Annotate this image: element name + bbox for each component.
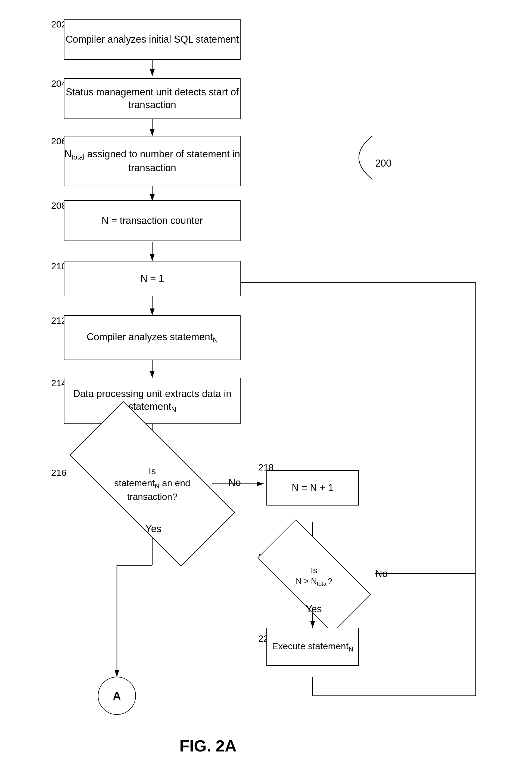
label-no-220: No xyxy=(375,568,388,579)
step-label-216: 216 xyxy=(51,467,67,478)
box-204: Status management unit detects start of … xyxy=(64,78,241,119)
circle-A: A xyxy=(98,677,136,715)
label-no-216: No xyxy=(228,477,241,488)
box-210: N = 1 xyxy=(64,261,241,296)
label-yes-216: Yes xyxy=(145,523,161,534)
fig-title: FIG. 2A xyxy=(179,737,236,755)
box-208: N = transaction counter xyxy=(64,200,241,241)
box-212: Compiler analyzes statementN xyxy=(64,315,241,360)
box-206: Ntotal assigned to number of statement i… xyxy=(64,136,241,186)
diamond-216: IsstatementN an endtransaction? xyxy=(73,446,231,522)
label-yes-220: Yes xyxy=(306,603,322,615)
diagram-container: 202 Compiler analyzes initial SQL statem… xyxy=(0,0,532,758)
diamond-220: IsN > Ntotal? xyxy=(261,549,367,603)
box-218: N = N + 1 xyxy=(266,470,359,505)
box-214: Data processing unit extracts data in st… xyxy=(64,378,241,424)
box-222: Execute statementN xyxy=(266,628,359,666)
box-202: Compiler analyzes initial SQL statement xyxy=(64,19,241,60)
ref-200-curve xyxy=(332,130,386,185)
